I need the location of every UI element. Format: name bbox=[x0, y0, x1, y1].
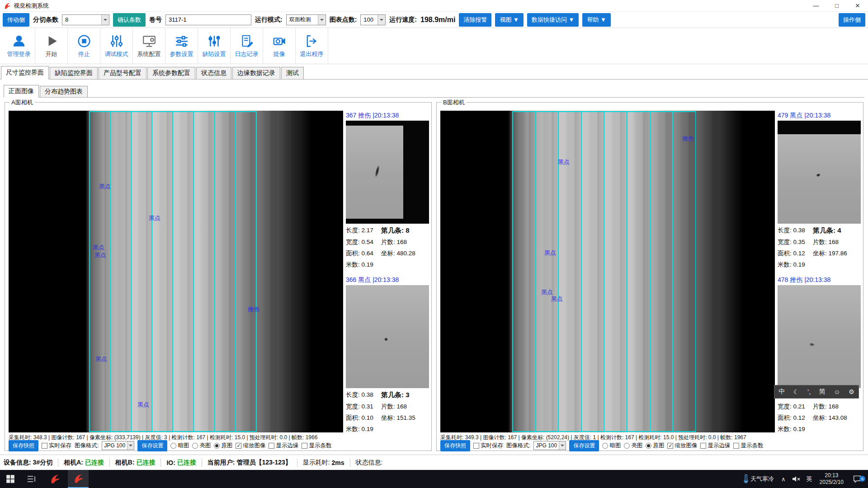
defect-header[interactable]: 478 挫伤 |20:13:38 bbox=[778, 275, 861, 285]
bright-image-radio[interactable]: 亮图 bbox=[624, 442, 642, 450]
stop-icon bbox=[77, 34, 91, 48]
image-format-select[interactable]: JPG 100 bbox=[533, 441, 566, 450]
tab-defect-monitor[interactable]: 缺陷监控界面 bbox=[50, 67, 98, 79]
radio-icon bbox=[602, 443, 608, 449]
start-button[interactable] bbox=[0, 470, 21, 488]
moon-icon[interactable]: ☾ bbox=[793, 388, 800, 395]
tab-system-parameter-config[interactable]: 系统参数配置 bbox=[147, 67, 195, 79]
debug-mode-button[interactable]: 调试模式 bbox=[100, 28, 133, 64]
chart-points-select[interactable]: 100 bbox=[360, 14, 386, 25]
capture-image-button[interactable]: 提像 bbox=[263, 28, 296, 64]
tab-edge-data-record[interactable]: 边缘数据记录 bbox=[232, 67, 280, 79]
radio-icon bbox=[192, 443, 198, 449]
image-format-value: JPG 100 bbox=[534, 442, 559, 449]
exit-program-button[interactable]: 退出程序 bbox=[296, 28, 328, 64]
show-edge-checkbox[interactable]: 显示边缘 bbox=[700, 442, 730, 450]
io-conn-label: IO: bbox=[166, 459, 175, 466]
camera-a-panel: A面相机 黑点 黑点 黑点 黑点 挫伤 黑点 黑点 367 挫伤 |20:13:… bbox=[5, 102, 432, 451]
defect-length: 长度: 0.38 bbox=[346, 391, 381, 399]
save-snapshot-button[interactable]: 保存快照 bbox=[9, 440, 38, 451]
maximize-button[interactable]: □ bbox=[826, 0, 847, 11]
tab-product-model-config[interactable]: 产品型号配置 bbox=[99, 67, 146, 79]
camera-a-image[interactable]: 黑点 黑点 黑点 黑点 挫伤 黑点 黑点 bbox=[9, 111, 343, 432]
start-button[interactable]: 开始 bbox=[35, 28, 68, 64]
original-image-radio[interactable]: 原图 bbox=[214, 442, 232, 450]
show-edge-checkbox[interactable]: 显示边缘 bbox=[269, 442, 298, 450]
defect-header[interactable]: 366 黑点 |20:13:38 bbox=[346, 275, 429, 285]
save-settings-button[interactable]: 保存设置 bbox=[569, 440, 599, 451]
checkbox-icon bbox=[302, 443, 307, 449]
zoom-image-checkbox[interactable]: 缩放图像 bbox=[236, 442, 265, 450]
defect-image-region bbox=[778, 134, 861, 224]
confirm-strip-count-button[interactable]: 确认条数 bbox=[113, 13, 146, 27]
parameter-settings-button[interactable]: 参数设置 bbox=[165, 28, 198, 64]
clear-alarm-button[interactable]: 清除报警 bbox=[459, 13, 491, 27]
tab-status-info[interactable]: 状态信息 bbox=[196, 67, 231, 79]
view-menu-button[interactable]: 视图 ▼ bbox=[495, 13, 523, 27]
tab-size-monitor[interactable]: 尺寸监控界面 bbox=[1, 66, 49, 80]
gear-icon[interactable]: ⚙ bbox=[848, 388, 855, 395]
show-count-checkbox[interactable]: 显示条数 bbox=[302, 442, 331, 450]
taskbar-app-vision-active[interactable] bbox=[68, 470, 89, 488]
task-view-button[interactable] bbox=[21, 470, 42, 488]
dark-image-radio[interactable]: 暗图 bbox=[602, 442, 621, 450]
slit-count-select[interactable]: 8 bbox=[62, 14, 109, 25]
taskbar-clock[interactable]: 20:13 2025/2/10 bbox=[816, 472, 847, 486]
drive-side-button[interactable]: 传动侧 bbox=[3, 13, 29, 27]
save-snapshot-button[interactable]: 保存快照 bbox=[440, 440, 470, 451]
minimize-button[interactable]: — bbox=[806, 0, 826, 11]
defect-coord: 坐标: 197.86 bbox=[813, 249, 861, 258]
defect-annotation: 黑点 bbox=[149, 214, 160, 222]
camera-a-defect-list: 367 挫伤 |20:13:38 长度: 2.17 第几条: 8 宽度: 0.5… bbox=[346, 111, 429, 440]
tab-distribution-trend-chart[interactable]: 分布趋势图表 bbox=[40, 86, 88, 97]
defect-meters: 米数: 0.19 bbox=[346, 425, 381, 433]
run-mode-select[interactable]: 双面检测 bbox=[286, 14, 326, 25]
defect-meters: 米数: 0.19 bbox=[778, 425, 813, 433]
help-menu-button[interactable]: 帮助 ▼ bbox=[582, 13, 610, 27]
defect-settings-button[interactable]: 缺陷设置 bbox=[198, 28, 231, 64]
document-pencil-icon bbox=[240, 34, 254, 48]
show-count-checkbox[interactable]: 显示条数 bbox=[733, 442, 763, 450]
icon-toolbar: 管理登录 开始 停止 调试模式 系统配置 参数设置 缺陷设置 日志记录 bbox=[0, 28, 868, 64]
log-record-button[interactable]: 日志记录 bbox=[231, 28, 263, 64]
dark-image-radio[interactable]: 暗图 bbox=[170, 442, 189, 450]
realtime-save-checkbox[interactable]: 实时保存 bbox=[42, 442, 71, 450]
defect-image-region bbox=[346, 126, 403, 218]
save-settings-button[interactable]: 保存设置 bbox=[137, 440, 167, 451]
roll-number-input[interactable] bbox=[165, 14, 251, 25]
ime-mode-toggle[interactable]: 中 bbox=[778, 388, 786, 396]
system-config-button[interactable]: 系统配置 bbox=[133, 28, 165, 64]
simplified-toggle[interactable]: 简 bbox=[818, 388, 826, 396]
action-center-button[interactable]: 6 bbox=[848, 474, 866, 483]
stop-button[interactable]: 停止 bbox=[68, 28, 100, 64]
input-language-indicator[interactable]: 英 bbox=[804, 475, 815, 483]
volume-muted-button[interactable] bbox=[789, 474, 803, 484]
tab-test[interactable]: 测试 bbox=[281, 67, 304, 79]
image-format-select[interactable]: JPG 100 bbox=[102, 441, 134, 450]
punctuation-toggle[interactable]: ’, bbox=[807, 388, 811, 395]
operator-side-button[interactable]: 操作侧 bbox=[839, 13, 865, 27]
defect-annotation: 黑点 bbox=[551, 295, 563, 303]
defect-length: 长度: 2.17 bbox=[346, 226, 381, 235]
zoom-image-checkbox[interactable]: 缩放图像 bbox=[667, 442, 697, 450]
taskbar-app-vision[interactable] bbox=[44, 470, 65, 488]
defect-header[interactable]: 479 黑点 |20:13:38 bbox=[778, 111, 861, 121]
slit-boundary-lines bbox=[512, 111, 696, 432]
defect-header[interactable]: 367 挫伤 |20:13:38 bbox=[346, 111, 429, 121]
defect-blob bbox=[384, 338, 388, 341]
camera-b-image[interactable]: 挫伤 黑点 黑点 黑点 黑点 bbox=[440, 111, 775, 432]
app-logo-icon bbox=[49, 474, 60, 484]
device-info-label: 设备信息: bbox=[4, 459, 31, 467]
original-image-radio[interactable]: 原图 bbox=[646, 442, 664, 450]
tray-expand-chevron[interactable]: ∧ bbox=[778, 476, 788, 483]
defect-strip-index: 第几条: 8 bbox=[381, 226, 429, 235]
weather-widget[interactable]: 天气寒冷 bbox=[739, 474, 778, 483]
emoji-icon[interactable]: ☺ bbox=[833, 388, 841, 395]
data-quick-access-menu-button[interactable]: 数据快捷访问 ▼ bbox=[527, 13, 579, 27]
display-time-label: 显示耗时: bbox=[303, 459, 330, 467]
realtime-save-checkbox[interactable]: 实时保存 bbox=[473, 442, 503, 450]
bright-image-radio[interactable]: 亮图 bbox=[192, 442, 211, 450]
tab-front-image[interactable]: 正面图像 bbox=[4, 85, 39, 98]
close-button[interactable]: ✕ bbox=[847, 0, 868, 11]
admin-login-button[interactable]: 管理登录 bbox=[3, 28, 35, 64]
